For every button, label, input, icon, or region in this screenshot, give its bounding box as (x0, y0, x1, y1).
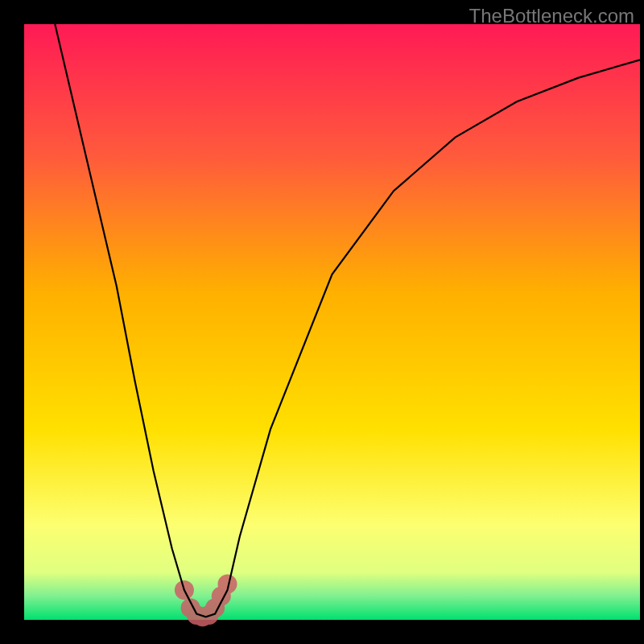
bottleneck-chart (0, 0, 644, 644)
plot-area (24, 24, 640, 620)
watermark-text: TheBottleneck.com (469, 5, 634, 27)
